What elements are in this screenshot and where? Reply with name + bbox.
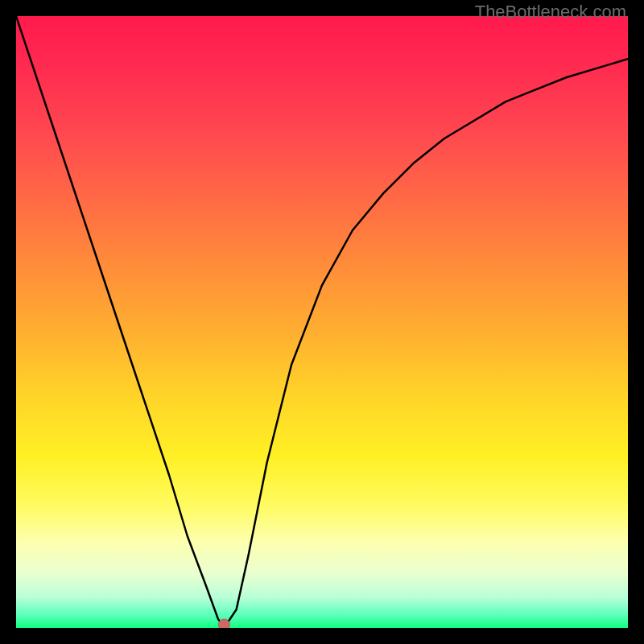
minimum-marker <box>218 619 229 628</box>
bottleneck-curve <box>16 16 628 628</box>
curve-plot <box>16 16 628 628</box>
watermark-text: TheBottleneck.com <box>475 2 626 23</box>
